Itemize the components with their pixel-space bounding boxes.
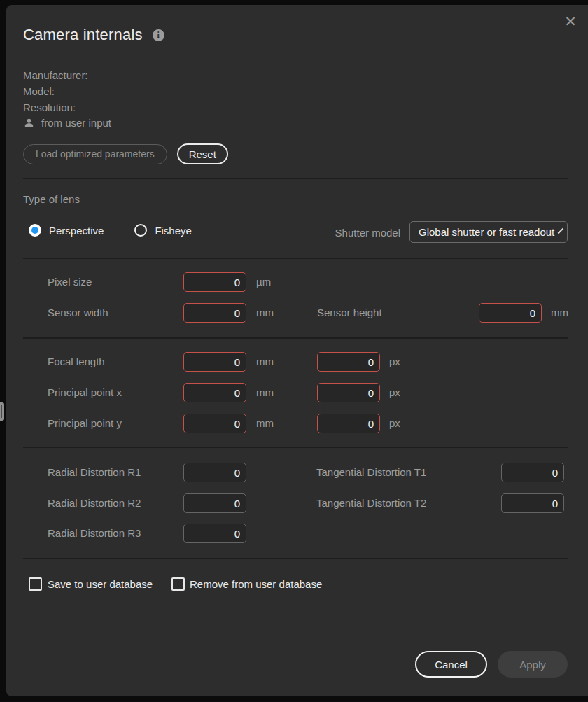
focal-length-px-input[interactable] <box>317 352 380 372</box>
sensor-size-row: Sensor width mm Sensor height mm <box>6 303 588 323</box>
distortion-row-1: Radial Distortion R1 Tangential Distorti… <box>6 463 588 482</box>
principal-point-y-mm-input[interactable] <box>183 414 246 433</box>
remove-from-user-database-label: Remove from user database <box>190 577 322 591</box>
save-to-user-database-checkbox[interactable] <box>29 577 42 591</box>
distortion-row-2: Radial Distortion R2 Tangential Distorti… <box>6 493 588 513</box>
sensor-height-label: Sensor height <box>317 303 382 323</box>
distortion-row-3: Radial Distortion R3 <box>6 524 588 543</box>
resolution-label: Resolution: <box>23 99 88 115</box>
pixel-size-row: Pixel size µm <box>6 272 588 292</box>
principal-point-y-row: Principal point y mm px <box>6 414 588 433</box>
radio-fisheye[interactable] <box>134 224 147 237</box>
focal-length-label: Focal length <box>48 352 105 372</box>
side-panel-handle[interactable] <box>0 402 4 421</box>
parameter-source: from user input <box>23 117 111 129</box>
user-icon <box>23 117 35 129</box>
save-to-user-database-label: Save to user database <box>48 577 153 591</box>
load-optimized-parameters-button[interactable]: Load optimized parameters <box>23 144 167 164</box>
info-icon[interactable]: i <box>153 29 164 41</box>
focal-length-row: Focal length mm px <box>6 352 588 372</box>
principal-point-x-row: Principal point x mm px <box>6 383 588 402</box>
tangential-t2-input[interactable] <box>501 493 564 513</box>
sensor-width-label: Sensor width <box>48 303 108 323</box>
camera-meta: Manufacturer: Model: Resolution: <box>23 67 88 115</box>
radial-r1-label: Radial Distortion R1 <box>48 463 141 482</box>
principal-point-x-label: Principal point x <box>48 383 122 402</box>
principal-point-x-px-unit: px <box>389 383 400 402</box>
section-divider <box>23 558 568 559</box>
dialog-header: Camera internals i <box>23 26 164 44</box>
sensor-width-unit: mm <box>256 303 274 323</box>
pixel-size-input[interactable] <box>183 272 246 292</box>
principal-point-x-px-input[interactable] <box>317 383 380 402</box>
section-divider <box>23 178 568 179</box>
pixel-size-label: Pixel size <box>48 272 92 292</box>
close-icon[interactable]: ✕ <box>562 13 579 30</box>
shutter-model-label: Shutter model <box>335 222 400 244</box>
radial-r2-label: Radial Distortion R2 <box>48 493 141 513</box>
type-of-lens-label: Type of lens <box>23 193 80 205</box>
tangential-t1-input[interactable] <box>501 463 564 482</box>
sensor-height-input[interactable] <box>479 303 542 323</box>
radio-perspective-label: Perspective <box>49 225 104 237</box>
principal-point-x-mm-unit: mm <box>256 383 274 402</box>
model-label: Model: <box>23 83 88 99</box>
dialog-title: Camera internals <box>23 26 143 44</box>
sensor-width-input[interactable] <box>183 303 246 323</box>
principal-point-y-mm-unit: mm <box>256 414 274 433</box>
focal-length-px-unit: px <box>389 352 400 372</box>
tangential-t2-label: Tangential Distortion T2 <box>316 493 426 513</box>
radio-perspective[interactable] <box>29 224 41 237</box>
tangential-t1-label: Tangential Distortion T1 <box>316 463 426 482</box>
principal-point-y-label: Principal point y <box>48 414 122 433</box>
remove-from-user-database-checkbox[interactable] <box>172 577 185 591</box>
principal-point-x-mm-input[interactable] <box>183 383 246 402</box>
apply-button[interactable]: Apply <box>498 651 568 678</box>
radial-r3-label: Radial Distortion R3 <box>48 524 141 543</box>
principal-point-y-px-input[interactable] <box>317 414 380 433</box>
manufacturer-label: Manufacturer: <box>23 67 88 83</box>
principal-point-y-px-unit: px <box>389 414 400 433</box>
section-divider <box>23 447 568 448</box>
camera-internals-dialog: ✕ Camera internals i Manufacturer: Model… <box>6 5 588 696</box>
lens-type-options: Perspective Fisheye <box>29 224 192 237</box>
shutter-model-value: Global shutter or fast readout <box>419 226 554 238</box>
pixel-size-unit: µm <box>256 272 271 292</box>
source-text: from user input <box>41 117 111 129</box>
radial-r3-input[interactable] <box>183 524 246 543</box>
focal-length-mm-unit: mm <box>256 352 274 372</box>
reset-button[interactable]: Reset <box>177 143 228 164</box>
radio-selected-dot <box>31 227 38 234</box>
chevron-down-icon <box>558 227 564 233</box>
radial-r2-input[interactable] <box>183 493 246 513</box>
section-divider <box>23 337 568 339</box>
focal-length-mm-input[interactable] <box>183 352 246 372</box>
database-options-row: Save to user database Remove from user d… <box>29 577 588 591</box>
radial-r1-input[interactable] <box>183 463 246 482</box>
sensor-height-unit: mm <box>551 303 568 323</box>
radio-fisheye-label: Fisheye <box>155 225 192 237</box>
shutter-model-select[interactable]: Global shutter or fast readout <box>410 221 568 243</box>
section-divider <box>23 258 568 259</box>
cancel-button[interactable]: Cancel <box>415 651 487 678</box>
